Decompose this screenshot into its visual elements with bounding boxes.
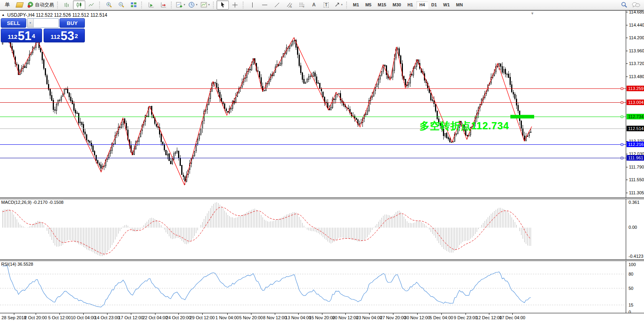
time-label: 8 Nov 12:00 xyxy=(263,315,286,320)
horizontal-line-icon xyxy=(262,2,268,8)
tf-m1[interactable]: M1 xyxy=(350,1,362,9)
time-tick xyxy=(322,313,322,315)
time-tick xyxy=(441,313,442,315)
price-axis[interactable]: 114.685114.440114.200113.960113.720113.4… xyxy=(626,11,644,197)
rsi-axis-value: 100 xyxy=(626,262,636,267)
price-chart-canvas[interactable] xyxy=(0,11,626,197)
new-order-label: 单 xyxy=(5,1,10,8)
sell-price-display[interactable]: 112 51 4 xyxy=(1,29,42,42)
tf-m15[interactable]: M15 xyxy=(375,1,389,9)
new-order-button[interactable]: 单 xyxy=(1,0,13,10)
vertical-line-icon xyxy=(249,2,255,8)
candlestick-chart-icon xyxy=(76,2,82,8)
toolbar-separator xyxy=(57,2,59,8)
search-icon[interactable] xyxy=(621,2,628,8)
time-label: 20 Nov 12:00 xyxy=(332,315,358,320)
time-tick xyxy=(131,313,131,315)
sell-price-pip: 4 xyxy=(32,30,35,39)
fibonacci-icon: F xyxy=(299,2,305,8)
time-tick xyxy=(466,313,466,315)
macd-axis-zero: 0.00 xyxy=(626,225,637,230)
tf-h4[interactable]: H4 xyxy=(416,1,428,9)
zoom-out-button[interactable] xyxy=(115,0,127,10)
periods-button[interactable]: ▾ xyxy=(187,0,199,10)
zoom-in-button[interactable] xyxy=(103,0,115,10)
price-line-label: 113.004 xyxy=(627,100,644,105)
price-tick: 114.200 xyxy=(626,35,644,40)
tf-d1[interactable]: D1 xyxy=(428,1,440,9)
macd-axis-bottom: -0.4123 xyxy=(626,254,643,259)
time-tick xyxy=(107,313,107,315)
time-tick xyxy=(227,313,228,315)
tf-w1[interactable]: W1 xyxy=(440,1,453,9)
time-tick xyxy=(14,313,14,315)
templates-button[interactable]: ▾ xyxy=(199,0,211,10)
toolbar-separator xyxy=(171,2,173,8)
time-axis[interactable]: 28 Sep 20182 Oct 20:005 Oct 12:0010 Oct … xyxy=(0,313,644,322)
crosshair-icon xyxy=(232,2,238,8)
tile-windows-icon xyxy=(130,2,137,8)
volume-input[interactable] xyxy=(34,19,59,27)
sell-button[interactable]: SELL xyxy=(1,18,26,28)
zoom-in-icon xyxy=(106,2,112,8)
tf-h1[interactable]: H1 xyxy=(404,1,416,9)
text-button[interactable]: A xyxy=(308,0,320,10)
dropdown-icon[interactable]: ▾ xyxy=(208,3,210,6)
time-tick xyxy=(36,313,36,315)
text-label-button[interactable]: T xyxy=(320,0,332,10)
sell-price-big: 51 xyxy=(18,31,31,41)
indicators-button[interactable]: ▾ xyxy=(174,0,187,10)
arrows-button[interactable]: ▾ xyxy=(332,0,345,10)
dropdown-icon[interactable]: ▾ xyxy=(196,3,197,6)
volume-down-button[interactable]: ▼ xyxy=(27,19,34,27)
trendline-button[interactable] xyxy=(271,0,283,10)
price-tick: 111.790 xyxy=(626,165,644,170)
line-chart-icon xyxy=(88,2,94,8)
macd-axis-top: 0.361 xyxy=(626,200,640,205)
time-tick xyxy=(417,313,418,315)
dropdown-icon[interactable]: ▾ xyxy=(341,3,343,6)
line-chart-button[interactable] xyxy=(85,0,98,10)
favorites-button[interactable] xyxy=(13,0,26,10)
time-label: 13 Nov 04:00 xyxy=(285,315,311,320)
time-tick xyxy=(178,313,179,315)
toolbar-separator xyxy=(346,2,348,8)
buy-price-display[interactable]: 112 53 2 xyxy=(44,29,85,42)
tile-windows-button[interactable] xyxy=(127,0,140,10)
price-tick: 113.720 xyxy=(626,61,644,66)
time-label: 14 Oct 23:00 xyxy=(95,315,120,320)
auto-scroll-button[interactable] xyxy=(145,0,157,10)
toolbar-separator xyxy=(99,2,101,8)
tf-m30[interactable]: M30 xyxy=(389,1,404,9)
horizontal-line-button[interactable] xyxy=(259,0,271,10)
time-label: 17 Oct 12:00 xyxy=(119,315,144,320)
vertical-line-button[interactable] xyxy=(246,0,259,10)
time-label: 23 Nov 04:00 xyxy=(356,315,382,320)
macd-axis[interactable]: 0.361 0.00 -0.4123 xyxy=(626,199,644,259)
chart-shift-button[interactable] xyxy=(157,0,169,10)
tf-m5[interactable]: M5 xyxy=(362,1,374,9)
buy-button[interactable]: BUY xyxy=(59,18,85,28)
time-label: 5 Dec 04:00 xyxy=(429,315,453,320)
time-label: 17 Dec 04:00 xyxy=(499,315,525,320)
rsi-canvas[interactable] xyxy=(0,261,626,313)
text-label-icon: T xyxy=(324,2,328,8)
tf-mn[interactable]: MN xyxy=(453,1,466,9)
window-collapse-icon[interactable]: ▲ xyxy=(2,13,5,17)
cursor-button[interactable] xyxy=(217,0,229,10)
dropdown-icon[interactable]: ▾ xyxy=(184,3,185,6)
equidistant-channel-button[interactable]: E xyxy=(283,0,295,10)
trendline-icon xyxy=(274,2,280,8)
rsi-axis[interactable]: 1008050150 xyxy=(626,261,644,313)
candlestick-chart-button[interactable] xyxy=(73,0,85,10)
bar-chart-button[interactable] xyxy=(61,0,73,10)
new-order-icon xyxy=(15,2,23,8)
crosshair-button[interactable] xyxy=(229,0,241,10)
symbol-period-label: USDJPY-,H4 xyxy=(7,12,34,18)
time-label: 24 Oct 20:00 xyxy=(166,315,191,320)
chat-icon[interactable] xyxy=(632,2,640,8)
time-tick xyxy=(59,313,60,315)
autotrade-button[interactable]: 自动交易 xyxy=(26,0,56,10)
macd-canvas[interactable] xyxy=(0,199,626,259)
fibonacci-button[interactable]: F xyxy=(295,0,308,10)
